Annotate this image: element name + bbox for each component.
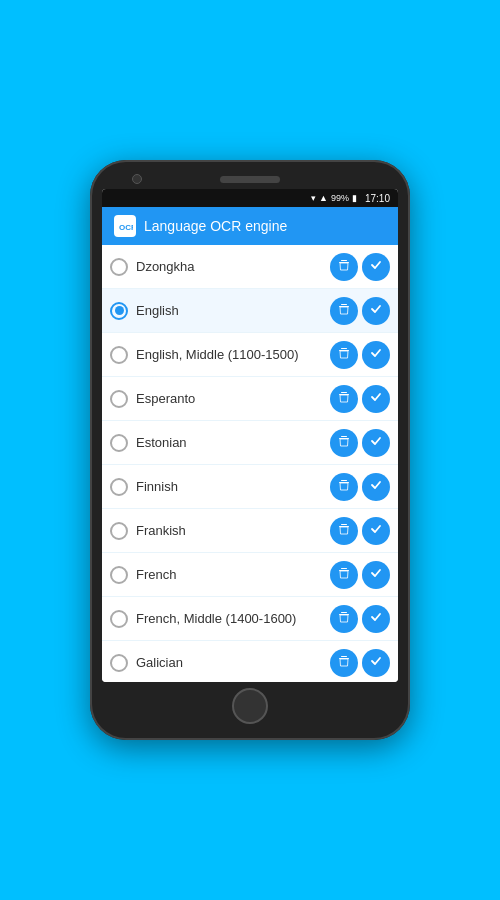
check-icon [370,567,382,582]
radio-button[interactable] [110,610,128,628]
app-icon: OCR [114,215,136,237]
language-label: Frankish [136,523,330,538]
confirm-button[interactable] [362,561,390,589]
language-label: Estonian [136,435,330,450]
item-actions [330,473,390,501]
status-time: 17:10 [365,193,390,204]
delete-button[interactable] [330,429,358,457]
language-label: English [136,303,330,318]
check-icon [370,391,382,406]
radio-button[interactable] [110,478,128,496]
radio-button[interactable] [110,654,128,672]
confirm-button[interactable] [362,649,390,677]
item-actions [330,341,390,369]
language-label: Galician [136,655,330,670]
svg-rect-9 [341,392,347,393]
wifi-icon: ▾ [311,193,316,203]
delete-button[interactable] [330,341,358,369]
language-label: Esperanto [136,391,330,406]
svg-rect-13 [341,480,347,481]
item-actions [330,649,390,677]
delete-button[interactable] [330,517,358,545]
svg-rect-11 [341,436,347,437]
confirm-button[interactable] [362,385,390,413]
item-actions [330,561,390,589]
trash-icon [338,259,350,274]
confirm-button[interactable] [362,473,390,501]
item-actions [330,253,390,281]
radio-button[interactable] [110,522,128,540]
language-list[interactable]: Dzongkha English English, Middle (1100-1… [102,245,398,682]
trash-icon [338,303,350,318]
status-bar: ▾ ▲ 99% ▮ 17:10 [102,189,398,207]
confirm-button[interactable] [362,297,390,325]
radio-button[interactable] [110,566,128,584]
check-icon [370,435,382,450]
delete-button[interactable] [330,253,358,281]
phone-camera [132,174,142,184]
trash-icon [338,347,350,362]
check-icon [370,479,382,494]
delete-button[interactable] [330,649,358,677]
check-icon [370,611,382,626]
delete-button[interactable] [330,605,358,633]
list-item[interactable]: Dzongkha [102,245,398,289]
trash-icon [338,523,350,538]
battery-icon: ▮ [352,193,357,203]
phone-speaker [220,176,280,183]
list-item[interactable]: French [102,553,398,597]
confirm-button[interactable] [362,429,390,457]
svg-rect-7 [341,348,347,349]
delete-button[interactable] [330,473,358,501]
list-item[interactable]: Galician [102,641,398,682]
svg-rect-3 [341,260,347,261]
phone-screen: ▾ ▲ 99% ▮ 17:10 OCR Language OCR engine … [102,189,398,682]
radio-button[interactable] [110,258,128,276]
confirm-button[interactable] [362,341,390,369]
list-item[interactable]: English, Middle (1100-1500) [102,333,398,377]
language-label: Dzongkha [136,259,330,274]
radio-button[interactable] [110,346,128,364]
language-label: French [136,567,330,582]
signal-icon: ▲ [319,193,328,203]
item-actions [330,385,390,413]
svg-text:OCR: OCR [119,223,133,232]
svg-rect-19 [341,612,347,613]
app-bar: OCR Language OCR engine [102,207,398,245]
app-bar-title: Language OCR engine [144,218,287,234]
check-icon [370,303,382,318]
item-actions [330,517,390,545]
confirm-button[interactable] [362,605,390,633]
svg-rect-5 [341,304,347,305]
list-item[interactable]: French, Middle (1400-1600) [102,597,398,641]
list-item[interactable]: Estonian [102,421,398,465]
list-item[interactable]: Finnish [102,465,398,509]
radio-button[interactable] [110,302,128,320]
delete-button[interactable] [330,297,358,325]
delete-button[interactable] [330,385,358,413]
confirm-button[interactable] [362,253,390,281]
list-item[interactable]: English [102,289,398,333]
phone-top-bar [102,172,398,189]
item-actions [330,297,390,325]
list-item[interactable]: Frankish [102,509,398,553]
list-item[interactable]: Esperanto [102,377,398,421]
delete-button[interactable] [330,561,358,589]
item-actions [330,605,390,633]
battery-percentage: 99% [331,193,349,203]
check-icon [370,259,382,274]
phone-bottom-bar [102,682,398,728]
trash-icon [338,655,350,670]
language-label: English, Middle (1100-1500) [136,347,330,362]
confirm-button[interactable] [362,517,390,545]
svg-rect-21 [341,656,347,657]
svg-rect-15 [341,524,347,525]
phone-device: ▾ ▲ 99% ▮ 17:10 OCR Language OCR engine … [90,160,410,740]
ocr-icon: OCR [117,218,133,234]
home-button[interactable] [232,688,268,724]
check-icon [370,523,382,538]
radio-button[interactable] [110,434,128,452]
language-label: Finnish [136,479,330,494]
svg-rect-17 [341,568,347,569]
radio-button[interactable] [110,390,128,408]
